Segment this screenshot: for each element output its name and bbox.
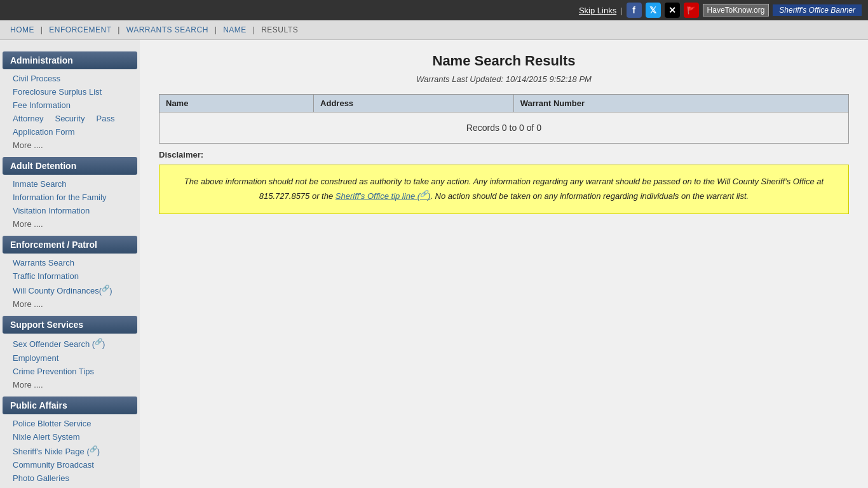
sex-offender-ext-icon: 🔗 — [95, 338, 102, 345]
main-wrapper: Administration Civil Process Foreclosure… — [0, 40, 868, 488]
attorney-security-link[interactable]: Attorney Security Pass — [0, 112, 140, 125]
police-blotter-link[interactable]: Police Blotter Service — [0, 417, 140, 430]
sex-offender-link[interactable]: Sex Offender Search (🔗) — [0, 336, 140, 351]
page-title: Name Search Results — [159, 53, 849, 69]
photo-galleries-link[interactable]: Photo Galleries — [0, 471, 140, 485]
tip-line-link[interactable]: Sheriff's Office tip line (🔗) — [336, 191, 431, 201]
inmate-search-link[interactable]: Inmate Search — [0, 177, 140, 191]
fee-information-link[interactable]: Fee Information — [0, 98, 140, 112]
top-bar: Skip Links | f 𝕏 ✕ 🚩 HaveToKnow.org Sher… — [0, 0, 868, 20]
adult-detention-more-link[interactable]: More .... — [0, 217, 140, 231]
disclaimer-box: The above information should not be cons… — [159, 165, 849, 214]
tip-line-ext-icon: 🔗 — [420, 190, 428, 197]
table-row-records: Records 0 to 0 of 0 — [159, 112, 849, 144]
info-family-link[interactable]: Information for the Family — [0, 191, 140, 204]
support-more-link[interactable]: More .... — [0, 378, 140, 391]
flag-icon[interactable]: 🚩 — [684, 3, 699, 18]
breadcrumb-warrants-search[interactable]: Warrants Search — [126, 25, 208, 34]
crime-prevention-link[interactable]: Crime Prevention Tips — [0, 365, 140, 378]
sidebar: Administration Civil Process Foreclosure… — [0, 40, 140, 488]
breadcrumb-bar: Home | Enforcement | Warrants Search | N… — [0, 20, 868, 40]
disclaimer-text-2: . No action should be taken on any infor… — [430, 191, 749, 201]
havetoknow-button[interactable]: HaveToKnow.org — [703, 4, 770, 17]
breadcrumb-sep-4: | — [253, 25, 255, 34]
breadcrumb-name[interactable]: Name — [223, 25, 247, 34]
last-updated: Warrants Last Updated: 10/14/2015 9:52:1… — [159, 74, 849, 84]
breadcrumb-sep-1: | — [41, 25, 43, 34]
nixle-ext-icon: 🔗 — [90, 445, 97, 452]
records-count: Records 0 to 0 of 0 — [166, 116, 842, 139]
x-icon[interactable]: ✕ — [665, 3, 680, 18]
ordinances-link[interactable]: Will County Ordinances(🔗) — [0, 283, 140, 297]
community-broadcast-link[interactable]: Community Broadcast — [0, 458, 140, 471]
top-bar-separator: | — [620, 6, 622, 15]
sidebar-header-administration: Administration — [3, 51, 137, 69]
civil-process-link[interactable]: Civil Process — [0, 72, 140, 85]
facebook-icon[interactable]: f — [627, 3, 642, 18]
breadcrumb-sep-2: | — [118, 25, 120, 34]
breadcrumb-results: Results — [261, 25, 298, 34]
breadcrumb-enforcement[interactable]: Enforcement — [49, 25, 111, 34]
ext-link-icon: 🔗 — [102, 285, 109, 292]
warrants-search-link[interactable]: Warrants Search — [0, 256, 140, 269]
sidebar-header-support: Support Services — [3, 316, 137, 334]
table-header-address: Address — [314, 95, 514, 112]
administration-more-link[interactable]: More .... — [0, 139, 140, 152]
sheriff-banner: Sheriff's Office Banner — [773, 4, 862, 16]
application-form-link[interactable]: Application Form — [0, 125, 140, 139]
breadcrumb-home[interactable]: Home — [10, 25, 34, 34]
twitter-icon[interactable]: 𝕏 — [646, 3, 661, 18]
nixle-page-link[interactable]: Sheriff's Nixle Page (🔗) — [0, 444, 140, 458]
results-table: Name Address Warrant Number Records 0 to… — [159, 94, 849, 144]
breadcrumb-sep-3: | — [215, 25, 217, 34]
nixle-alert-link[interactable]: Nixle Alert System — [0, 430, 140, 444]
table-header-name: Name — [159, 95, 314, 112]
enforcement-more-link[interactable]: More .... — [0, 297, 140, 311]
table-header-warrant: Warrant Number — [513, 95, 848, 112]
traffic-info-link[interactable]: Traffic Information — [0, 269, 140, 283]
foreclosure-link[interactable]: Foreclosure Surplus List — [0, 85, 140, 98]
sidebar-header-enforcement: Enforcement / Patrol — [3, 236, 137, 254]
employment-link[interactable]: Employment — [0, 351, 140, 365]
sidebar-header-public-affairs: Public Affairs — [3, 396, 137, 414]
content-area: Name Search Results Warrants Last Update… — [140, 40, 868, 488]
skip-links-button[interactable]: Skip Links — [579, 6, 616, 15]
visitation-link[interactable]: Visitation Information — [0, 204, 140, 217]
disclaimer-label: Disclaimer: — [159, 150, 849, 159]
sidebar-header-adult-detention: Adult Detention — [3, 157, 137, 175]
